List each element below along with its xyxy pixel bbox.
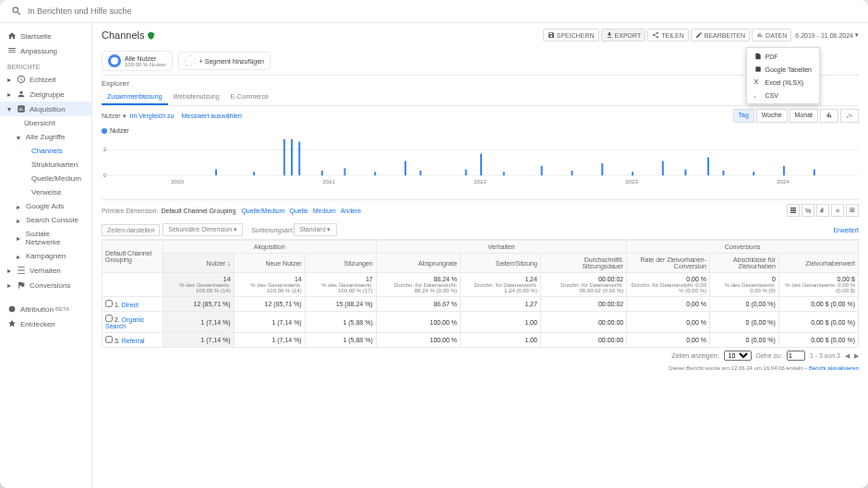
app-window: Startseite Anpassung BERICHTE ▸Echtzeit … bbox=[0, 0, 868, 488]
table-view-icon[interactable] bbox=[787, 204, 800, 217]
row-checkbox[interactable] bbox=[105, 315, 113, 322]
svg-rect-11 bbox=[283, 139, 285, 175]
dimension-row: Primäre Dimension: Default Channel Group… bbox=[102, 200, 859, 220]
control-row: Zeilen darstellen Sekundäre Dimension ▾ … bbox=[102, 220, 859, 240]
main: Startseite Anpassung BERICHTE ▸Echtzeit … bbox=[0, 23, 868, 488]
measure-link[interactable]: Messwert auswählen bbox=[181, 113, 241, 119]
nav-referrals[interactable]: Verweise bbox=[0, 185, 91, 199]
nav-all-traffic[interactable]: ▾Alle Zugriffe bbox=[0, 130, 91, 144]
col-new-users[interactable]: Neue Nutzer bbox=[234, 254, 305, 273]
nav-behavior[interactable]: ▸Verhalten bbox=[0, 263, 91, 278]
goto-input[interactable] bbox=[787, 351, 805, 361]
save-button[interactable]: SPEICHERN bbox=[543, 29, 599, 42]
segment-all-users[interactable]: Alle Nutzer 100,00 % Nutzer bbox=[102, 51, 173, 71]
nav-channels[interactable]: Channels bbox=[0, 144, 91, 158]
col-users[interactable]: Nutzer ↓ bbox=[163, 254, 234, 273]
svg-text:2022: 2022 bbox=[474, 180, 487, 184]
customize-icon bbox=[7, 46, 17, 55]
refresh-link[interactable]: – Bericht aktualisieren bbox=[804, 365, 859, 371]
svg-point-4 bbox=[850, 115, 851, 116]
nav-google-ads[interactable]: ▸Google Ads bbox=[0, 199, 91, 213]
date-range[interactable]: 6.2019 - 11.06.2024 ▾ bbox=[795, 31, 859, 39]
view-bar-icon[interactable] bbox=[820, 109, 838, 123]
rows-select[interactable]: 10 bbox=[724, 351, 752, 361]
page-prev[interactable]: ◀ bbox=[845, 352, 850, 360]
col-conv-rate[interactable]: Rate der Zielvorhaben-Conversion bbox=[627, 254, 710, 273]
export-csv[interactable]: ,CSV bbox=[747, 89, 819, 101]
nav-realtime[interactable]: ▸Echtzeit bbox=[0, 72, 91, 87]
nav-campaigns[interactable]: ▸Kampagnen bbox=[0, 249, 91, 263]
edit-icon bbox=[695, 31, 703, 39]
dim-link-medium[interactable]: Medium bbox=[313, 208, 336, 214]
tab-site-usage[interactable]: Websitenutzung bbox=[168, 89, 225, 105]
nav-conversions[interactable]: ▸Conversions bbox=[0, 278, 91, 292]
nav-search-console[interactable]: ▸Search Console bbox=[0, 213, 91, 227]
view-day[interactable]: Tag bbox=[733, 109, 754, 123]
nav-social[interactable]: ▸Soziale Netzwerke bbox=[0, 227, 91, 249]
nav-audience[interactable]: ▸Zielgruppe bbox=[0, 87, 91, 101]
tab-summary[interactable]: Zusammenfassung bbox=[102, 89, 168, 105]
sort-type-button[interactable]: Standard ▾ bbox=[294, 223, 336, 236]
plot-rows-button[interactable]: Zeilen darstellen bbox=[102, 224, 160, 236]
col-value[interactable]: Zielvorhabenwert bbox=[778, 254, 858, 273]
performance-view-icon[interactable] bbox=[816, 204, 829, 217]
export-sheets[interactable]: Google Tabellen bbox=[747, 63, 819, 76]
content: Channels SPEICHERN EXPORT TEILEN BEARBEI… bbox=[92, 23, 868, 488]
col-dimension[interactable]: Default Channel Grouping bbox=[102, 241, 163, 273]
nav-overview[interactable]: Übersicht bbox=[0, 116, 91, 130]
share-button[interactable]: TEILEN bbox=[647, 29, 689, 42]
nav-source-medium[interactable]: Quelle/Medium bbox=[0, 172, 91, 185]
col-bounce[interactable]: Absprungrate bbox=[376, 254, 460, 273]
secondary-dim-button[interactable]: Sekundäre Dimension ▾ bbox=[163, 223, 243, 236]
row-checkbox[interactable] bbox=[105, 300, 113, 307]
nav-home[interactable]: Startseite bbox=[0, 29, 91, 43]
page-next[interactable]: ▶ bbox=[854, 352, 859, 360]
svg-rect-15 bbox=[344, 168, 345, 175]
dim-link-source[interactable]: Quelle bbox=[290, 208, 308, 214]
row-checkbox[interactable] bbox=[105, 336, 113, 343]
svg-text:2023: 2023 bbox=[625, 180, 638, 184]
save-icon bbox=[548, 31, 555, 39]
nav-customization[interactable]: Anpassung bbox=[0, 43, 91, 58]
stats-button[interactable]: DATEN bbox=[752, 29, 791, 42]
col-completions[interactable]: Abschlüsse für Zielvorhaben bbox=[710, 254, 779, 273]
dim-link-sourcemedium[interactable]: Quelle/Medium bbox=[241, 208, 284, 214]
percentage-view-icon[interactable]: % bbox=[802, 204, 814, 217]
tab-ecommerce[interactable]: E-Commerce bbox=[225, 89, 274, 105]
chevron-down-icon: ▾ bbox=[855, 31, 859, 39]
col-sessions[interactable]: Sitzungen bbox=[305, 254, 376, 273]
nav-attribution[interactable]: AttributionBETA bbox=[0, 302, 91, 316]
col-duration[interactable]: Durchschnittl. Sitzungsdauer bbox=[540, 254, 626, 273]
svg-rect-14 bbox=[321, 171, 323, 175]
nav-treemaps[interactable]: Strukturkarten bbox=[0, 158, 91, 172]
svg-rect-21 bbox=[503, 172, 505, 175]
shield-icon bbox=[147, 31, 155, 40]
nav-discover[interactable]: Entdecken bbox=[0, 316, 91, 331]
row-link[interactable]: Referral bbox=[122, 338, 145, 344]
view-week[interactable]: Woche bbox=[756, 109, 788, 123]
export-button[interactable]: EXPORT bbox=[601, 29, 646, 42]
edit-button[interactable]: BEARBEITEN bbox=[691, 29, 750, 42]
add-segment[interactable]: + Segment hinzufügen bbox=[178, 52, 271, 70]
metric-label[interactable]: Nutzer ▾ bbox=[102, 113, 127, 120]
search-input[interactable] bbox=[28, 6, 157, 16]
row-link[interactable]: Direct bbox=[122, 302, 139, 308]
export-pdf[interactable]: PDF bbox=[747, 50, 819, 63]
clock-icon bbox=[17, 75, 26, 84]
nav-acquisition[interactable]: ▾Akquisition bbox=[0, 101, 91, 116]
advanced-filter[interactable]: Erweitert bbox=[833, 227, 859, 233]
comparison-view-icon[interactable]: ≡ bbox=[831, 204, 844, 217]
export-excel[interactable]: XExcel (XLSX) bbox=[747, 76, 819, 89]
svg-text:0: 0 bbox=[103, 173, 106, 177]
compare-label: Im Vergleich zu bbox=[130, 113, 175, 119]
dim-link-other[interactable]: Andere bbox=[341, 208, 362, 214]
chevron-right-icon: ▸ bbox=[7, 281, 15, 289]
view-scatter-icon[interactable] bbox=[840, 109, 859, 123]
metric-row: Nutzer ▾ Im Vergleich zu Messwert auswäh… bbox=[102, 106, 859, 125]
svg-point-0 bbox=[9, 306, 16, 313]
pivot-view-icon[interactable]: ⊞ bbox=[846, 204, 859, 217]
view-month[interactable]: Monat bbox=[790, 109, 818, 123]
svg-rect-16 bbox=[374, 172, 376, 175]
svg-rect-12 bbox=[291, 139, 293, 175]
col-pages[interactable]: Seiten/Sitzung bbox=[461, 254, 541, 273]
